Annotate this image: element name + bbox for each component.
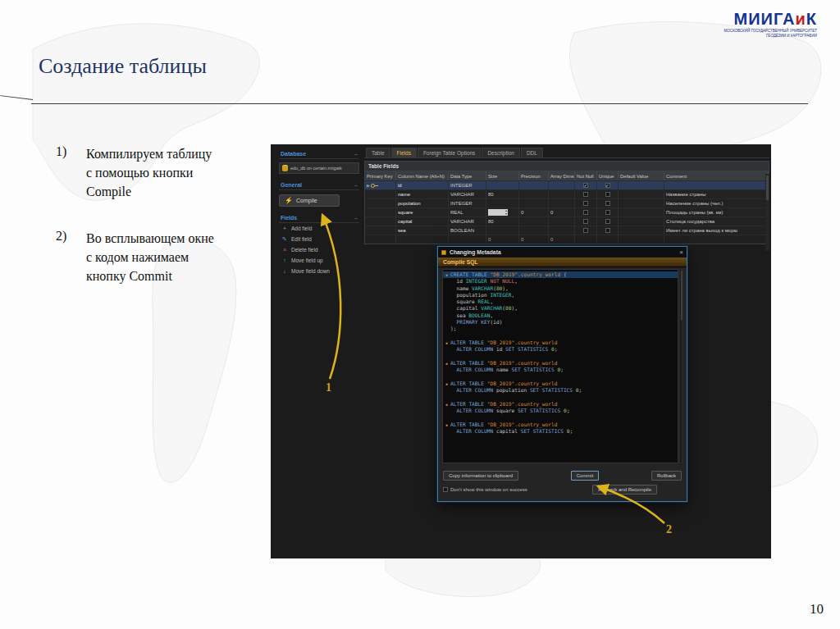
section-label: General: [281, 182, 302, 188]
statement-marker-icon: [443, 305, 450, 312]
unique-cell[interactable]: [597, 181, 619, 189]
logo-text: МИИГАиК: [724, 10, 817, 28]
rollback-recompile-button[interactable]: Rollback and Recompile: [592, 485, 657, 495]
column-header[interactable]: Column Name (Alt+N): [396, 171, 449, 180]
database-selector[interactable]: edu_db on certain.miigaik: [279, 162, 359, 174]
scrollbar-thumb[interactable]: [766, 175, 769, 200]
precision-cell: [519, 190, 549, 198]
unique-cell[interactable]: [597, 190, 619, 198]
commit-button[interactable]: Commit: [571, 471, 600, 481]
footer-cell: [575, 235, 597, 244]
column-header[interactable]: Default Value: [619, 171, 664, 180]
dont-show-checkbox[interactable]: Don't show this window on success: [443, 487, 527, 492]
field-buttons: +Add field✎Edit field×Delete field↑Move …: [279, 223, 359, 276]
delete-field-button[interactable]: ×Delete field: [279, 244, 359, 255]
data-type-cell: INTEGER: [449, 199, 486, 207]
plus-icon: +: [281, 226, 288, 231]
table-row-name[interactable]: nameVARCHAR80Название страны: [365, 189, 769, 198]
compile-sql-tab[interactable]: Compile SQL: [438, 258, 687, 267]
tab-fields[interactable]: Fields: [391, 148, 417, 157]
rollback-button[interactable]: Rollback: [651, 471, 682, 481]
not-null-cell[interactable]: [575, 190, 597, 198]
checkbox-icon: [583, 219, 588, 224]
grid-scrollbar[interactable]: [765, 174, 769, 250]
collapse-icon[interactable]: –: [354, 151, 358, 157]
spinner-arrows-icon[interactable]: ▴▾: [505, 209, 507, 216]
column-name-cell: sea: [396, 226, 449, 235]
statement-marker-icon: [443, 278, 450, 285]
array-dims-cell: [549, 226, 575, 235]
table-row-new[interactable]: 000: [365, 235, 769, 244]
column-header[interactable]: Primary Key: [365, 171, 396, 180]
sql-line: [443, 414, 678, 421]
sql-text: name VARCHAR(80),: [450, 285, 509, 292]
not-null-cell[interactable]: [575, 181, 597, 189]
sidebar-section-fields[interactable]: Fields –: [279, 213, 359, 223]
sql-text: population INTEGER,: [450, 292, 514, 299]
size-cell: [486, 181, 519, 189]
tab-foreign-table-options[interactable]: Foreign Table Options: [418, 148, 481, 157]
not-null-cell[interactable]: [575, 226, 597, 235]
compile-button[interactable]: ⚡ Compile: [279, 194, 340, 207]
statement-marker-icon: [443, 312, 450, 319]
column-header[interactable]: Not Null: [575, 171, 597, 180]
sidebar-section-general[interactable]: General –: [279, 180, 359, 190]
footer-cell: [619, 235, 664, 244]
sql-text: );: [450, 326, 456, 332]
comment-cell: Площадь страны (кв. км): [664, 208, 769, 217]
move-field-up-button[interactable]: ↑Move field up: [279, 255, 359, 266]
data-type-cell: REAL: [449, 208, 486, 217]
table-row-population[interactable]: populationINTEGERНаселение страны (чел.): [365, 198, 769, 207]
step-text: Компилируем таблицу с помощью кнопки Com…: [86, 144, 216, 202]
unique-cell[interactable]: [597, 208, 619, 217]
grid-header: Primary KeyColumn Name (Alt+N)Data TypeS…: [365, 171, 769, 180]
sidebar: Database – edu_db on certain.miigaik Gen…: [279, 149, 359, 276]
column-header[interactable]: Size: [486, 171, 519, 180]
not-null-cell[interactable]: [575, 217, 597, 226]
dialog-titlebar[interactable]: Changing Metadata ×: [438, 247, 687, 258]
sql-line: ▪ALTER TABLE "DB_2019".country_world: [443, 381, 678, 387]
column-header[interactable]: Unique: [597, 171, 619, 180]
tab-ddl[interactable]: DDL: [521, 148, 543, 157]
lightning-icon: ⚡: [285, 198, 293, 204]
footer-cell: [664, 235, 769, 244]
edit-field-button[interactable]: ✎Edit field: [279, 234, 359, 244]
column-header[interactable]: Array Dims: [549, 171, 575, 180]
table-fields-header: Table Fields: [364, 161, 769, 171]
callout-number-1: 1: [326, 381, 331, 394]
statement-marker-icon: [443, 414, 450, 421]
tab-table[interactable]: Table: [366, 148, 390, 157]
add-field-button[interactable]: +Add field: [279, 223, 359, 234]
table-row-sea[interactable]: seaBOOLEANИмеет ли страна выход к морю: [365, 226, 769, 235]
sql-line: square REAL,: [443, 299, 678, 305]
scrollbar-thumb[interactable]: [681, 271, 682, 320]
table-row-id[interactable]: ▶idINTEGER: [365, 180, 769, 189]
column-header[interactable]: Data Type: [449, 171, 486, 180]
size-spinner[interactable]: ▴▾: [488, 209, 508, 216]
unique-cell[interactable]: [597, 226, 619, 235]
collapse-icon[interactable]: –: [354, 215, 358, 221]
close-icon[interactable]: ×: [679, 249, 683, 256]
sql-line: );: [443, 326, 678, 332]
sidebar-section-database[interactable]: Database –: [279, 149, 359, 159]
unique-cell[interactable]: [597, 199, 619, 207]
copy-to-clipboard-button[interactable]: Copy information to clipboard: [443, 471, 518, 481]
not-null-cell[interactable]: [575, 199, 597, 207]
sql-code[interactable]: ▪CREATE TABLE "DB_2019".country_world ( …: [442, 269, 678, 463]
database-name: edu_db on certain.miigaik: [290, 166, 342, 171]
column-header[interactable]: Precision: [519, 171, 549, 180]
code-scrollbar[interactable]: [679, 269, 682, 463]
unique-cell[interactable]: [597, 217, 619, 226]
collapse-icon[interactable]: –: [354, 182, 358, 188]
table-row-square[interactable]: squareREAL▴▾00Площадь страны (кв. км): [365, 207, 769, 217]
page-number: 10: [810, 601, 824, 618]
move-field-down-button[interactable]: ↓Move field down: [279, 266, 359, 276]
column-header[interactable]: Comment: [664, 171, 769, 180]
tab-description[interactable]: Description: [482, 148, 520, 157]
pgmodeler-screenshot: Database – edu_db on certain.miigaik Gen…: [271, 144, 771, 558]
sql-line: PRIMARY KEY(id): [443, 319, 678, 326]
not-null-cell[interactable]: [575, 208, 597, 217]
table-row-capital[interactable]: capitalVARCHAR80Столица государства: [365, 217, 769, 226]
primary-key-cell: [365, 208, 396, 217]
compile-label: Compile: [296, 198, 317, 203]
